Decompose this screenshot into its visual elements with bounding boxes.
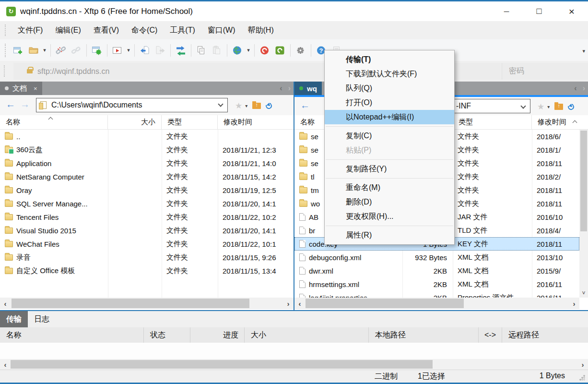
context-menu-item[interactable]: 下载到默认文件夹(F) [325, 67, 454, 81]
context-menu-item[interactable]: 以Notepad++编辑(I) [325, 110, 454, 124]
menu-item-0[interactable]: 文件(F) [12, 21, 49, 39]
scroll-right-icon[interactable]: › [283, 298, 294, 309]
scroll-left-icon[interactable]: ‹ [0, 359, 11, 370]
open-folder-icon[interactable] [26, 43, 41, 58]
xshell-icon[interactable] [257, 43, 272, 58]
file-row[interactable]: 自定义 Office 模板文件夹2018/11/15, 13:4 [0, 264, 294, 277]
scrollbar-thumb[interactable] [580, 131, 587, 231]
file-row[interactable]: dwr.xml2KBXML 文档2015/9/ [294, 264, 579, 277]
file-row[interactable]: Visual Studio 2015文件夹2018/11/20, 14:1 [0, 224, 294, 237]
file-row[interactable]: WeChat Files文件夹2018/11/22, 10:1 [0, 237, 294, 251]
context-menu-item[interactable]: 属性(R) [325, 228, 454, 242]
file-row[interactable]: log4jinit.properties2KBProperties 源文件201… [294, 291, 579, 298]
context-menu-item[interactable]: 重命名(M) [325, 180, 454, 195]
tab-transfer[interactable]: 传输 [0, 311, 28, 327]
resize-grip[interactable] [579, 375, 585, 381]
minimize-button[interactable]: ─ [490, 1, 523, 21]
local-path-combobox[interactable]: C:\Users\wqinf\Documents [36, 98, 228, 112]
tab-close-icon[interactable]: × [34, 85, 37, 92]
transfer-column-header[interactable]: 远程路径 [502, 327, 588, 343]
menu-item-3[interactable]: 命令(C) [125, 21, 164, 39]
context-menu-item[interactable]: 复制路径(Y) [325, 162, 454, 176]
file-row[interactable]: NetSarang Computer文件夹2018/11/15, 14:2 [0, 170, 294, 183]
file-row[interactable]: SQL Server Manage...文件夹2018/11/20, 14:1 [0, 197, 294, 210]
context-menu-item[interactable]: 传输(T) [325, 52, 454, 67]
run-icon-caret[interactable]: ▾ [125, 47, 132, 53]
transfer-column-header[interactable]: 名称 [0, 327, 144, 343]
menu-item-5[interactable]: 窗口(W) [201, 21, 242, 39]
context-menu-item[interactable]: 更改权限(H)... [325, 209, 454, 224]
file-row[interactable]: hrmsettings.xml2KBXML 文档2016/11 [294, 277, 579, 291]
menu-item-2[interactable]: 查看(V) [87, 21, 125, 39]
column-header-type[interactable]: 类型 [162, 115, 218, 129]
context-menu-item[interactable]: 删除(D) [325, 195, 454, 209]
favorites-caret-icon[interactable]: ▾ [245, 103, 247, 108]
transfer-sync-icon[interactable] [173, 43, 188, 58]
menu-item-1[interactable]: 编辑(E) [49, 21, 87, 39]
tab-remote-session[interactable]: wq [294, 82, 322, 95]
tab-log[interactable]: 日志 [28, 311, 56, 327]
copy-icon[interactable] [194, 43, 209, 58]
scroll-left-icon[interactable]: ‹ [0, 298, 11, 309]
scrollbar-thumb[interactable] [12, 299, 249, 308]
xftp-icon[interactable] [272, 43, 288, 58]
settings-gear-icon[interactable] [293, 43, 308, 58]
column-header-size[interactable]: 大小 [108, 115, 162, 129]
combobox-dropdown-icon[interactable] [520, 103, 526, 108]
favorites-star-icon[interactable]: ★ [537, 102, 544, 112]
back-arrow-icon[interactable]: ← [300, 100, 310, 111]
scrollbar-thumb[interactable] [306, 299, 464, 308]
maximize-button[interactable]: □ [523, 1, 555, 21]
scroll-right-icon[interactable]: › [577, 359, 588, 370]
column-header-modified[interactable]: 修改时间 [532, 115, 588, 129]
tabs-scroll-right-icon[interactable]: › [583, 84, 585, 93]
menu-item-6[interactable]: 帮助(H) [242, 21, 280, 39]
transfer-column-header[interactable]: 状态 [144, 327, 190, 343]
favorites-caret-icon[interactable]: ▾ [547, 104, 550, 109]
transfer-column-header[interactable]: 本地路径 [369, 327, 479, 343]
scrollbar-thumb[interactable] [11, 360, 433, 369]
close-button[interactable]: × [555, 1, 588, 21]
session-properties-icon[interactable] [89, 43, 105, 58]
transfer-column-header[interactable]: 进度 [190, 327, 245, 343]
file-row[interactable]: Oray文件夹2018/11/19, 12:5 [0, 183, 294, 197]
file-row[interactable]: ..文件夹 [0, 130, 294, 143]
web-browser-icon-caret[interactable]: ▾ [245, 47, 252, 53]
tabs-scroll-left-icon[interactable]: ‹ [280, 84, 282, 93]
scroll-left-icon[interactable]: ‹ [294, 298, 305, 309]
context-menu-item[interactable]: 打开(O) [325, 96, 454, 110]
download-file-icon[interactable] [137, 43, 153, 58]
context-menu-item[interactable]: 复制(C) [325, 129, 454, 143]
remote-vertical-scrollbar[interactable]: ˅ [579, 130, 588, 298]
file-row[interactable]: 360云盘文件夹2018/11/21, 12:3 [0, 143, 294, 156]
new-session-icon[interactable] [11, 43, 26, 58]
scroll-down-icon[interactable]: ˅ [579, 289, 588, 298]
title-bar[interactable]: ↻ wqinf.tpddns.cn - Xftp 6 (Free for Hom… [0, 1, 588, 21]
toolbar-overflow-caret[interactable]: ▾ [582, 48, 585, 54]
scroll-right-icon[interactable]: › [569, 298, 579, 309]
transfer-horizontal-scrollbar[interactable]: ‹ › [0, 359, 588, 370]
home-folder-icon[interactable] [554, 104, 563, 110]
column-header-modified[interactable]: 修改时间 [218, 115, 294, 129]
tab-documents[interactable]: 文档 × [0, 82, 42, 95]
open-folder-icon-caret[interactable]: ▾ [41, 47, 48, 53]
disconnect-icon[interactable] [53, 43, 69, 58]
favorites-star-icon[interactable]: ★ [235, 101, 242, 111]
refresh-icon[interactable] [567, 103, 576, 111]
password-field[interactable]: 密码 [502, 63, 588, 80]
transfer-column-header[interactable]: 大小 [245, 327, 369, 343]
transfer-column-header[interactable]: <-> [479, 327, 502, 343]
column-header-name[interactable]: 名称 [0, 115, 108, 129]
file-row[interactable]: Application文件夹2018/11/21, 14:0 [0, 156, 294, 170]
tabs-scroll-right-icon[interactable]: › [288, 84, 291, 93]
combobox-dropdown-icon[interactable] [218, 101, 223, 107]
file-row[interactable]: debugconfig.xml932 BytesXML 文档2013/10 [294, 251, 579, 264]
refresh-icon[interactable] [265, 102, 273, 110]
forward-arrow-icon[interactable]: → [20, 99, 30, 110]
file-row[interactable]: Tencent Files文件夹2018/11/22, 10:2 [0, 210, 294, 224]
context-menu-item[interactable]: 队列(Q) [325, 81, 454, 96]
local-horizontal-scrollbar[interactable]: ‹ › [0, 298, 294, 309]
home-folder-icon[interactable] [252, 103, 261, 109]
remote-horizontal-scrollbar[interactable]: ‹ › [294, 298, 579, 309]
run-icon[interactable] [110, 43, 125, 58]
